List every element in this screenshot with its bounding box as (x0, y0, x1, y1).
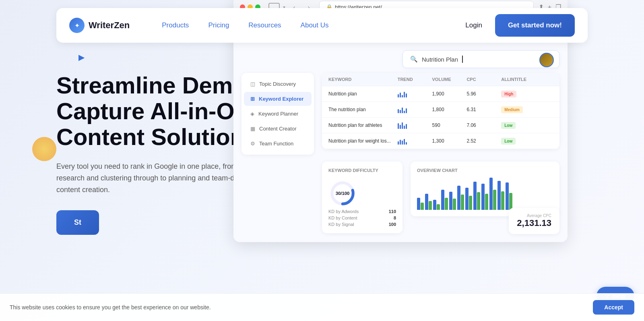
kd-title: KEYWORD DIFFICULTY (328, 168, 396, 173)
table-header: KEYWORD TREND VOLUME CPC ALLINTITLE (322, 73, 559, 86)
search-user-avatar[interactable] (539, 53, 554, 67)
login-button[interactable]: Login (465, 21, 482, 29)
app-content: 🔍 Nutrition Plan ◫ Topic Discovery ⊞ Key… (233, 41, 568, 242)
bar-green (509, 193, 512, 210)
table-row[interactable]: The nutrition plan 1,800 6.31 Medium (322, 102, 559, 118)
kd-signal-label: KD by Signal (328, 222, 354, 227)
bar-blue (489, 178, 493, 210)
navbar-right: Login Get started now! (465, 14, 575, 37)
table-row[interactable]: Nutrition plan 1,900 5.96 High (322, 86, 559, 102)
bar-blue (449, 192, 452, 210)
sidebar-item-content-creator[interactable]: ▦ Content Creator (244, 122, 312, 136)
bar-blue (465, 188, 469, 210)
cell-keyword: The nutrition plan (328, 107, 398, 112)
col-allintitle: ALLINTITLE (501, 77, 553, 82)
bar-green (429, 201, 432, 210)
nav-products[interactable]: Products (162, 21, 189, 29)
keyword-table: KEYWORD TREND VOLUME CPC ALLINTITLE Nutr… (322, 73, 559, 149)
planner-icon: ◈ (250, 111, 254, 117)
cell-trend (398, 106, 432, 113)
sidebar-label: Keyword Planner (258, 111, 298, 117)
bar-blue (433, 200, 436, 210)
col-cpc: CPC (466, 77, 501, 82)
team-icon: ⚙ (250, 141, 255, 147)
bg-decoration-orange (32, 137, 56, 161)
sidebar-item-topic-discovery[interactable]: ◫ Topic Discovery (244, 77, 312, 91)
cell-cpc: 2.52 (466, 138, 501, 144)
bar-group (489, 178, 496, 210)
content-icon: ▦ (250, 126, 255, 132)
bar-blue (441, 190, 444, 210)
bar-blue (417, 198, 420, 210)
topic-icon: ◫ (250, 81, 255, 87)
bar-blue (497, 181, 501, 210)
bar-group (457, 186, 464, 210)
bar-green (485, 194, 488, 210)
get-started-button[interactable]: Get started now! (495, 14, 575, 37)
bar-green (477, 192, 480, 210)
bar-group (465, 188, 472, 210)
sidebar-item-keyword-planner[interactable]: ◈ Keyword Planner (244, 107, 312, 121)
bar-group (449, 192, 456, 210)
bar-green (421, 203, 424, 210)
navbar: ✦ WriterZen Products Pricing Resources A… (56, 8, 588, 43)
search-text: Nutrition Plan (422, 56, 458, 63)
avg-cpc-value: 2,131.13 (517, 218, 551, 228)
average-cpc-section: Average CPC 2,131.13 (509, 208, 559, 234)
cell-volume: 1,800 (432, 107, 467, 112)
cell-volume: 590 (432, 122, 467, 128)
cell-competition: Medium (501, 107, 553, 112)
cell-cpc: 6.31 (466, 107, 501, 112)
sidebar-label: Topic Discovery (259, 81, 296, 87)
main-nav: Products Pricing Resources About Us (162, 21, 328, 29)
app-sidebar: ◫ Topic Discovery ⊞ Keyword Explorer ◈ K… (242, 73, 314, 155)
cell-competition: Low (501, 138, 553, 144)
sidebar-label: Content Creator (259, 126, 297, 132)
bar-group (417, 198, 424, 210)
bar-blue (473, 182, 477, 210)
bar-group (425, 194, 432, 210)
sidebar-item-keyword-explorer[interactable]: ⊞ Keyword Explorer (244, 92, 312, 106)
search-area: 🔍 Nutrition Plan (402, 50, 559, 68)
cookie-text: This website uses cookies to ensure you … (10, 304, 211, 311)
hero-cta-button[interactable]: St (56, 210, 99, 235)
search-bar[interactable]: 🔍 Nutrition Plan (402, 50, 559, 68)
kd-adwords-label: KD by Adwords (328, 209, 359, 214)
nav-about[interactable]: About Us (301, 21, 329, 29)
logo-icon: ✦ (69, 18, 85, 33)
avg-cpc-label: Average CPC (517, 213, 551, 218)
kd-gauge: 30/100 (328, 179, 396, 207)
bar-group (433, 200, 440, 210)
kd-stats: KD by Adwords 110 KD by Content 8 KD by … (328, 209, 396, 227)
table-row[interactable]: Nutrition plan for athletes 590 7.06 Low (322, 118, 559, 133)
keyword-icon: ⊞ (250, 96, 255, 102)
competition-badge: Low (501, 138, 516, 145)
bar-green (445, 198, 448, 210)
keyword-difficulty-section: KEYWORD DIFFICULTY 30/100 KD by Adwords … (322, 162, 402, 233)
sidebar-item-team-function[interactable]: ⚙ Team Function (244, 137, 312, 151)
bar-group (473, 182, 480, 210)
bar-green (469, 196, 472, 210)
bar-green (453, 199, 456, 210)
cell-trend (398, 137, 432, 145)
col-trend: TREND (398, 77, 432, 82)
cell-volume: 1,300 (432, 138, 467, 144)
cookie-accept-button[interactable]: Accept (593, 300, 634, 315)
bar-chart (417, 178, 553, 210)
cell-trend (398, 90, 432, 97)
nav-pricing[interactable]: Pricing (208, 21, 229, 29)
competition-badge: Low (501, 122, 516, 129)
bar-group (481, 184, 488, 210)
logo[interactable]: ✦ WriterZen (69, 18, 130, 33)
table-row[interactable]: Nutrition plan for weight los... 1,300 2… (322, 133, 559, 149)
cell-cpc: 7.06 (466, 122, 501, 128)
kd-signal-value: 100 (389, 222, 396, 227)
col-volume: VOLUME (432, 77, 467, 82)
cell-volume: 1,900 (432, 91, 467, 97)
bar-group (497, 181, 504, 210)
kd-content-label: KD by Content (328, 215, 357, 220)
sidebar-label: Team Function (259, 141, 293, 147)
cursor (462, 56, 463, 63)
nav-resources[interactable]: Resources (248, 21, 281, 29)
bar-blue (481, 184, 485, 210)
